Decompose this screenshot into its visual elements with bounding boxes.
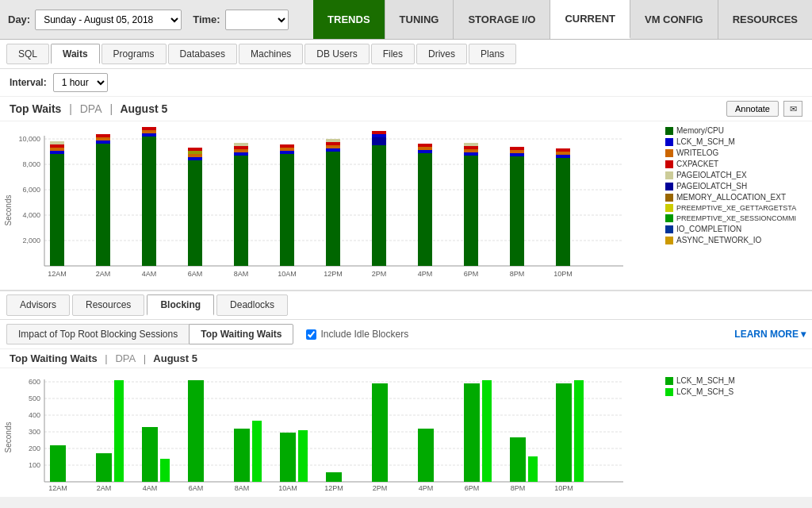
svg-rect-13 (50, 148, 64, 151)
svg-text:2,000: 2,000 (22, 237, 40, 244)
svg-rect-39 (326, 148, 340, 152)
svg-text:200: 200 (29, 444, 40, 452)
top-chart-title: Top Waits | DPA | August 5 (10, 102, 167, 115)
svg-rect-93 (114, 380, 124, 482)
bottom-chart-title: Top Waiting Waits | DPA | August 5 (10, 352, 197, 364)
tab-blocking[interactable]: Blocking (147, 294, 214, 316)
svg-rect-56 (510, 156, 524, 266)
annotate-button[interactable]: Annotate (726, 101, 779, 117)
svg-rect-12 (50, 151, 64, 154)
day-label: Day: (8, 13, 30, 25)
interval-label: Interval: (10, 77, 47, 88)
svg-rect-22 (142, 130, 156, 133)
svg-text:10AM: 10AM (278, 484, 297, 492)
top-chart-canvas: Seconds 10,000 8,000 6,000 4,000 2,000 (5, 123, 661, 290)
bottom-chart-section: Top Waiting Waits | DPA | August 5 Secon… (0, 349, 812, 497)
top-chart-legend: Memory/CPU LCK_M_SCH_M WRITELOG CXPACKET… (661, 123, 807, 290)
svg-text:8AM: 8AM (235, 484, 250, 492)
svg-rect-27 (188, 151, 202, 154)
sub-tab-machines[interactable]: Machines (239, 44, 303, 64)
tab-advisors[interactable]: Advisors (6, 294, 70, 316)
svg-text:4,000: 4,000 (22, 211, 40, 219)
sub-tab-sql[interactable]: SQL (6, 44, 49, 64)
svg-rect-23 (142, 127, 156, 130)
include-idle-label: Include Idle Blockers (320, 329, 408, 340)
legend-item: MEMORY_ALLOCATION_EXT (665, 193, 807, 202)
svg-rect-36 (280, 148, 294, 151)
svg-text:6,000: 6,000 (22, 186, 40, 194)
svg-rect-14 (50, 144, 64, 148)
svg-rect-19 (96, 134, 110, 137)
svg-text:8AM: 8AM (234, 270, 249, 278)
chart-actions: Annotate ✉ (726, 101, 802, 117)
nav-tab-resources[interactable]: RESOURCES (718, 0, 812, 39)
svg-rect-47 (418, 153, 432, 266)
svg-rect-26 (188, 154, 202, 157)
svg-rect-61 (556, 155, 570, 158)
email-button[interactable]: ✉ (783, 101, 802, 117)
bottom-chart-header: Top Waiting Waits | DPA | August 5 (0, 349, 812, 368)
svg-rect-17 (96, 140, 110, 144)
legend-item: PAGEIOLATCH_EX (665, 171, 807, 179)
sub-section-tab-waiting[interactable]: Top Waiting Waits (189, 324, 293, 344)
legend-item: PREEMPTIVE_XE_SESSIONCOMMI (665, 214, 807, 222)
sub-tab-drives[interactable]: Drives (416, 44, 467, 64)
sub-tab-waits[interactable]: Waits (51, 44, 100, 64)
tab-deadlocks[interactable]: Deadlocks (216, 294, 288, 316)
interval-select[interactable]: 1 hour (53, 73, 108, 92)
top-chart-header: Top Waits | DPA | August 5 Annotate ✉ (0, 97, 812, 121)
top-chart-content: Seconds 10,000 8,000 6,000 4,000 2,000 (0, 121, 812, 290)
sub-tab-db-users[interactable]: DB Users (304, 44, 369, 64)
bottom-tabs-bar: Advisors Resources Blocking Deadlocks (0, 291, 812, 320)
sub-tab-programs[interactable]: Programs (102, 44, 167, 64)
svg-rect-51 (464, 156, 478, 266)
svg-text:12PM: 12PM (324, 270, 343, 278)
tab-resources[interactable]: Resources (72, 294, 144, 316)
sub-tab-databases[interactable]: Databases (168, 44, 237, 64)
svg-rect-97 (234, 429, 250, 482)
svg-text:6PM: 6PM (465, 484, 480, 492)
time-select[interactable] (225, 10, 289, 30)
svg-rect-37 (280, 144, 294, 148)
svg-rect-102 (372, 383, 388, 482)
learn-more-button[interactable]: LEARN MORE ▾ (734, 329, 806, 340)
svg-rect-105 (482, 380, 492, 482)
svg-rect-100 (298, 430, 308, 482)
svg-text:12PM: 12PM (324, 484, 343, 492)
svg-rect-20 (142, 137, 156, 266)
svg-text:400: 400 (29, 411, 40, 419)
svg-rect-40 (326, 145, 340, 148)
sub-tab-plans[interactable]: Plans (469, 44, 516, 64)
nav-tab-current[interactable]: CURRENT (550, 0, 630, 39)
svg-rect-108 (556, 383, 572, 482)
sub-section-tab-blocking[interactable]: Impact of Top Root Blocking Sessions (6, 324, 189, 344)
svg-text:4AM: 4AM (142, 270, 157, 278)
svg-rect-46 (372, 131, 386, 134)
svg-rect-54 (464, 146, 478, 149)
svg-text:6AM: 6AM (188, 270, 203, 278)
svg-rect-44 (372, 137, 386, 145)
svg-rect-53 (464, 149, 478, 152)
svg-rect-96 (188, 380, 204, 482)
svg-rect-21 (142, 133, 156, 137)
svg-rect-48 (418, 150, 432, 153)
svg-rect-38 (326, 152, 340, 266)
svg-rect-109 (574, 380, 584, 482)
sub-tab-files[interactable]: Files (371, 44, 415, 64)
svg-rect-103 (418, 429, 434, 482)
nav-tab-storage[interactable]: STORAGE I/O (454, 0, 550, 39)
svg-text:4PM: 4PM (418, 270, 433, 278)
svg-rect-28 (188, 148, 202, 151)
svg-rect-104 (464, 383, 480, 482)
svg-text:8PM: 8PM (510, 270, 525, 278)
include-idle-checkbox[interactable] (306, 329, 316, 340)
nav-tab-vmconfig[interactable]: VM CONFIG (630, 0, 718, 39)
day-time-section: Day: Sunday - August 05, 2018 Time: (0, 0, 297, 39)
svg-text:12AM: 12AM (48, 484, 67, 492)
nav-tab-trends[interactable]: TRENDS (313, 0, 385, 39)
day-select[interactable]: Sunday - August 05, 2018 (35, 10, 182, 30)
svg-text:10AM: 10AM (278, 270, 297, 278)
svg-rect-15 (50, 141, 64, 144)
nav-tab-tuning[interactable]: TUNING (385, 0, 454, 39)
svg-text:4AM: 4AM (143, 484, 158, 492)
